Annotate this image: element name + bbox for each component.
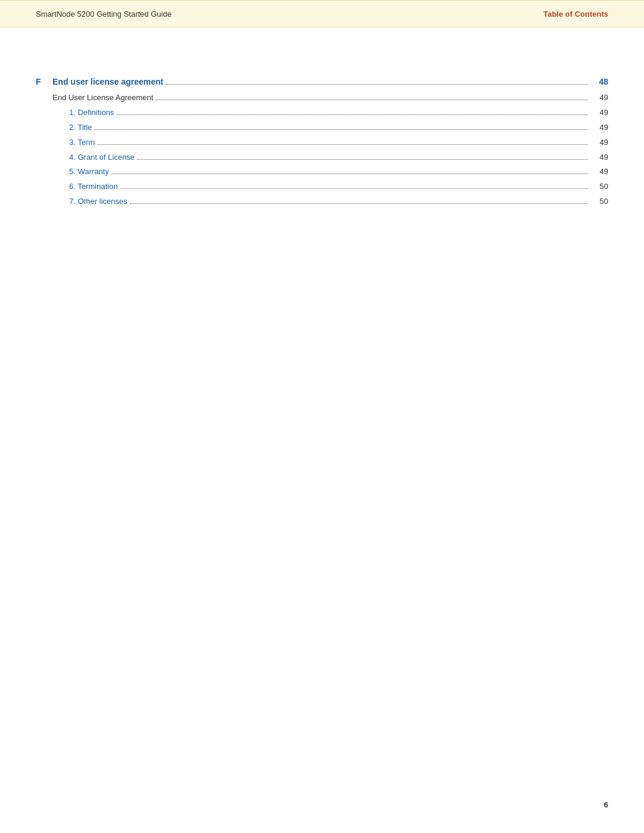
- toc-row-other-licenses: 7. Other licenses 50: [36, 196, 608, 208]
- toc-link-termination[interactable]: 6. Termination: [69, 181, 117, 193]
- toc-dots-grant: [137, 159, 588, 160]
- toc-page-definitions: 49: [590, 107, 608, 119]
- page-number: 6: [604, 800, 608, 809]
- toc-row-f-main: F End user license agreement 48: [36, 75, 608, 88]
- toc-link-definitions[interactable]: 1. Definitions: [69, 107, 114, 119]
- toc-section-f: F End user license agreement 48 End User…: [36, 75, 608, 208]
- toc-page-grant: 49: [590, 151, 608, 164]
- header-bar: SmartNode 5200 Getting Started Guide Tab…: [0, 0, 644, 27]
- toc-page-termination: 50: [590, 181, 608, 193]
- toc-row-title: 2. Title 49: [36, 122, 608, 134]
- toc-dots-title: [94, 129, 588, 130]
- toc-dots-f: [166, 84, 588, 85]
- toc-link-term[interactable]: 3. Term: [69, 137, 95, 149]
- toc-row-definitions: 1. Definitions 49: [36, 107, 608, 119]
- toc-dots-termination: [120, 188, 588, 189]
- content-area: F End user license agreement 48 End User…: [0, 27, 644, 246]
- toc-dots-term: [97, 144, 588, 145]
- toc-page-other-licenses: 50: [590, 196, 608, 208]
- toc-link-warranty[interactable]: 5. Warranty: [69, 166, 109, 178]
- toc-dots-eula: [156, 100, 588, 100]
- toc-row-termination: 6. Termination 50: [36, 181, 608, 193]
- toc-link-title[interactable]: 2. Title: [69, 122, 92, 134]
- toc-link-grant[interactable]: 4. Grant of License: [69, 151, 135, 164]
- toc-row-term: 3. Term 49: [36, 137, 608, 149]
- toc-dots-definitions: [116, 114, 588, 115]
- toc-page-title: 49: [590, 122, 608, 134]
- page: SmartNode 5200 Getting Started Guide Tab…: [0, 0, 644, 833]
- toc-dots-warranty: [112, 174, 588, 174]
- toc-link-eula[interactable]: End User License Agreement: [52, 92, 153, 104]
- section-letter-f: F: [36, 75, 52, 88]
- toc-row-grant: 4. Grant of License 49: [36, 151, 608, 164]
- toc-page-warranty: 49: [590, 166, 608, 178]
- guide-title: SmartNode 5200 Getting Started Guide: [36, 10, 172, 18]
- toc-page-eula: 49: [590, 92, 608, 104]
- toc-row-warranty: 5. Warranty 49: [36, 166, 608, 178]
- toc-title: Table of Contents: [543, 10, 608, 18]
- toc-page-term: 49: [590, 137, 608, 149]
- toc-link-other-licenses[interactable]: 7. Other licenses: [69, 196, 128, 208]
- toc-link-end-user-license[interactable]: End user license agreement: [52, 75, 163, 88]
- toc-row-eula: End User License Agreement 49: [36, 92, 608, 104]
- toc-dots-other-licenses: [130, 203, 588, 204]
- toc-page-f: 48: [590, 75, 608, 88]
